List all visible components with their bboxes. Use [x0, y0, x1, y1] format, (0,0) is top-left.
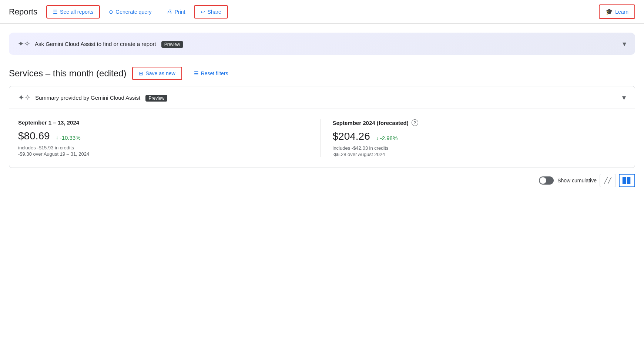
show-cumulative-container: Show cumulative — [539, 176, 597, 185]
summary-change-value-2: -2.98% — [380, 135, 398, 141]
summary-change-2: ↓ -2.98% — [376, 135, 398, 141]
gemini-preview-badge: Preview — [161, 41, 183, 48]
summary-amount-2: $204.26 — [333, 130, 370, 142]
summary-period-1: September 1 – 13, 2024 — [18, 119, 312, 126]
summary-change-value-1: -10.33% — [60, 135, 81, 141]
share-button[interactable]: Share — [194, 5, 228, 19]
bar-chart-icon: ▊ — [623, 177, 631, 184]
summary-period-2: September 2024 (forecasted) ? — [333, 119, 626, 126]
summary-row-2: $204.26 ↓ -2.98% — [333, 130, 626, 142]
gemini-banner[interactable]: ✦✧ Ask Gemini Cloud Assist to find or cr… — [9, 33, 635, 55]
header: Reports See all reports Generate query P… — [0, 0, 644, 24]
see-all-reports-label: See all reports — [60, 9, 93, 15]
report-title: Services – this month (edited) — [9, 68, 126, 79]
summary-amount-1: $80.69 — [18, 130, 50, 142]
summary-col-current: September 1 – 13, 2024 $80.69 ↓ -10.33% … — [18, 119, 321, 157]
print-icon — [167, 9, 172, 15]
search-icon — [109, 9, 113, 15]
summary-col-forecasted: September 2024 (forecasted) ? $204.26 ↓ … — [321, 119, 626, 157]
summary-content: September 1 – 13, 2024 $80.69 ↓ -10.33% … — [9, 109, 635, 168]
generate-query-button[interactable]: Generate query — [103, 6, 157, 18]
summary-credits-2: includes -$42.03 in credits — [333, 145, 626, 151]
summary-chevron-icon: ▾ — [622, 93, 626, 102]
summary-comparison-1: -$9.30 over August 19 – 31, 2024 — [18, 151, 312, 157]
bar-chart-button[interactable]: ▊ — [619, 174, 635, 187]
summary-card: ✦✧ Summary provided by Gemini Cloud Assi… — [9, 86, 635, 168]
page-title: Reports — [9, 7, 37, 17]
summary-sparkle-icon: ✦✧ — [18, 93, 31, 102]
report-title-section: Services – this month (edited) Save as n… — [0, 55, 644, 86]
learn-label: Learn — [615, 9, 628, 15]
gemini-ask-text: Ask Gemini Cloud Assist to find or creat… — [35, 41, 156, 47]
print-button[interactable]: Print — [161, 6, 191, 18]
list-icon — [53, 9, 58, 15]
down-arrow-icon-2: ↓ — [376, 135, 379, 141]
chevron-down-icon: ▾ — [623, 39, 626, 48]
line-chart-icon: ╱ — [604, 177, 611, 184]
print-label: Print — [175, 9, 185, 15]
summary-row-1: $80.69 ↓ -10.33% — [18, 130, 312, 142]
summary-comparison-2: -$6.28 over August 2024 — [333, 152, 626, 157]
reset-filters-label: Reset filters — [201, 70, 228, 76]
summary-header[interactable]: ✦✧ Summary provided by Gemini Cloud Assi… — [9, 86, 635, 109]
sparkle-icon: ✦✧ — [18, 39, 30, 48]
summary-credits-1: includes -$15.93 in credits — [18, 145, 312, 150]
see-all-reports-button[interactable]: See all reports — [46, 5, 100, 19]
save-icon — [139, 70, 143, 76]
show-cumulative-toggle[interactable] — [539, 176, 554, 185]
summary-preview-badge: Preview — [145, 95, 167, 102]
info-icon[interactable]: ? — [412, 119, 418, 126]
show-cumulative-label: Show cumulative — [557, 178, 597, 183]
summary-change-1: ↓ -10.33% — [56, 135, 81, 141]
summary-header-text: Summary provided by Gemini Cloud Assist … — [35, 95, 618, 101]
bottom-toolbar: Show cumulative ╱ ▊ — [0, 168, 644, 193]
toggle-knob — [540, 177, 546, 184]
share-label: Share — [207, 9, 221, 15]
line-chart-button[interactable]: ╱ — [600, 174, 616, 187]
save-as-new-label: Save as new — [145, 70, 175, 76]
summary-period-2-text: September 2024 (forecasted) — [333, 120, 409, 126]
gemini-banner-text: Ask Gemini Cloud Assist to find or creat… — [35, 41, 618, 47]
generate-query-label: Generate query — [115, 9, 151, 15]
learn-button[interactable]: Learn — [599, 4, 635, 19]
reset-filters-button[interactable]: Reset filters — [188, 67, 234, 79]
summary-title: Summary provided by Gemini Cloud Assist — [35, 95, 140, 101]
reset-icon — [194, 70, 199, 76]
share-icon — [201, 9, 205, 15]
learn-icon — [606, 8, 613, 15]
save-as-new-button[interactable]: Save as new — [132, 67, 182, 80]
down-arrow-icon-1: ↓ — [56, 135, 58, 140]
